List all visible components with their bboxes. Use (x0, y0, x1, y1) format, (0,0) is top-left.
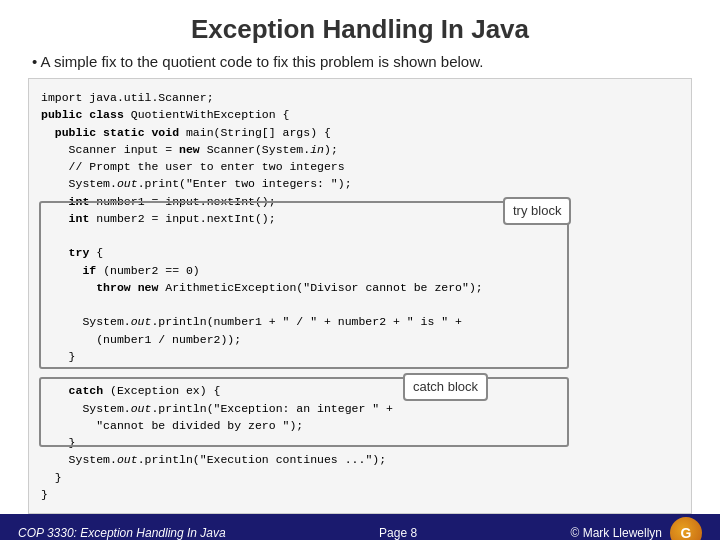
slide-body: • A simple fix to the quotient code to f… (0, 53, 720, 514)
code-line: } (41, 486, 679, 503)
try-block-label: try block (503, 197, 571, 225)
try-block-box (39, 201, 569, 369)
slide-title: Exception Handling In Java (0, 0, 720, 53)
code-line: import java.util.Scanner; (41, 89, 679, 106)
slide-footer: COP 3330: Exception Handling In Java Pag… (0, 514, 720, 540)
code-container: import java.util.Scanner; public class Q… (28, 78, 692, 514)
code-line: } (41, 469, 679, 486)
slide: Exception Handling In Java • A simple fi… (0, 0, 720, 540)
code-line: // Prompt the user to enter two integers (41, 158, 679, 175)
footer-logo: G (670, 517, 702, 540)
footer-copyright: © Mark Llewellyn (570, 526, 662, 540)
code-line: Scanner input = new Scanner(System.in); (41, 141, 679, 158)
footer-center: Page 8 (379, 526, 417, 540)
catch-block-label: catch block (403, 373, 488, 401)
code-line: public class QuotientWithException { (41, 106, 679, 123)
code-line: System.out.print("Enter two integers: ")… (41, 175, 679, 192)
code-line: public static void main(String[] args) { (41, 124, 679, 141)
bullet-point: • A simple fix to the quotient code to f… (28, 53, 692, 70)
code-line: System.out.println("Execution continues … (41, 451, 679, 468)
catch-block-box (39, 377, 569, 447)
footer-right: © Mark Llewellyn G (570, 517, 702, 540)
footer-left: COP 3330: Exception Handling In Java (18, 526, 226, 540)
